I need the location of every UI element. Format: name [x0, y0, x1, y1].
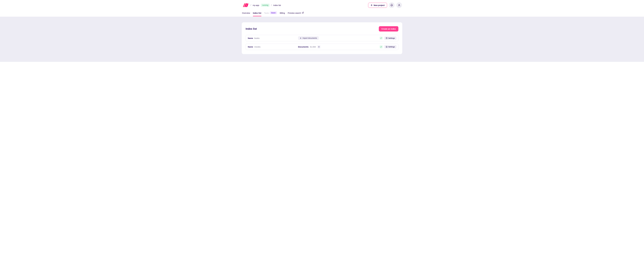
gear-icon	[386, 37, 388, 39]
plus-icon	[318, 46, 320, 48]
import-documents-button[interactable]: Import documents	[298, 36, 319, 40]
soon-badge: Soon	[270, 11, 277, 14]
logo[interactable]	[242, 3, 248, 7]
index-row[interactable]: Name books Import documents	[246, 35, 398, 41]
external-link-icon	[302, 12, 304, 14]
user-icon	[398, 4, 400, 7]
documents-count: 31,944	[310, 46, 316, 48]
index-list-card: Index list Create an index Name books Im…	[242, 22, 402, 54]
breadcrumb-separator: /	[271, 4, 272, 7]
tabs-nav: Overview Index list Tasks Soon Billing P…	[242, 11, 402, 17]
settings-button[interactable]: Settings	[384, 45, 396, 49]
breadcrumb-app-link[interactable]: my-app	[253, 4, 259, 6]
breadcrumb-separator: /	[250, 4, 251, 7]
settings-button[interactable]: Settings	[384, 36, 396, 40]
status-ok-badge	[380, 45, 383, 48]
add-documents-button[interactable]	[317, 45, 320, 48]
new-project-label: New project	[374, 4, 384, 6]
check-icon	[380, 37, 382, 39]
tab-tasks-label: Tasks	[264, 12, 269, 14]
new-project-button[interactable]: New project	[368, 3, 387, 8]
settings-label: Settings	[388, 46, 395, 48]
breadcrumb-page: Index list	[273, 4, 281, 6]
svg-point-4	[386, 38, 387, 38]
status-badge: running	[261, 4, 270, 7]
tab-overview[interactable]: Overview	[242, 12, 250, 16]
status-ok-badge	[380, 37, 383, 40]
settings-label: Settings	[388, 37, 395, 39]
plus-icon	[300, 37, 302, 39]
tab-preview-search-label: Preview search	[288, 12, 301, 14]
index-row[interactable]: Name movies Documents 31,944	[246, 44, 398, 50]
bell-icon	[390, 4, 393, 7]
tab-billing[interactable]: Billing	[280, 12, 285, 16]
notifications-button[interactable]	[389, 2, 394, 8]
tab-tasks: Tasks Soon	[264, 11, 277, 17]
check-icon	[380, 46, 382, 48]
svg-point-3	[399, 4, 400, 5]
plus-icon	[370, 4, 372, 6]
index-name: books	[254, 37, 260, 39]
name-label: Name	[248, 37, 253, 39]
breadcrumb: / my-app running / Index list	[242, 3, 281, 7]
avatar-button[interactable]	[396, 2, 402, 8]
gear-icon	[386, 46, 388, 48]
name-label: Name	[248, 46, 253, 48]
create-index-button[interactable]: Create an index	[379, 26, 398, 32]
svg-point-5	[386, 47, 387, 47]
index-name: movies	[254, 46, 260, 48]
tab-index-list[interactable]: Index list	[253, 12, 261, 16]
tab-preview-search[interactable]: Preview search	[288, 12, 304, 16]
import-documents-label: Import documents	[302, 37, 317, 39]
documents-label: Documents	[298, 46, 308, 48]
page-title: Index list	[246, 27, 257, 30]
